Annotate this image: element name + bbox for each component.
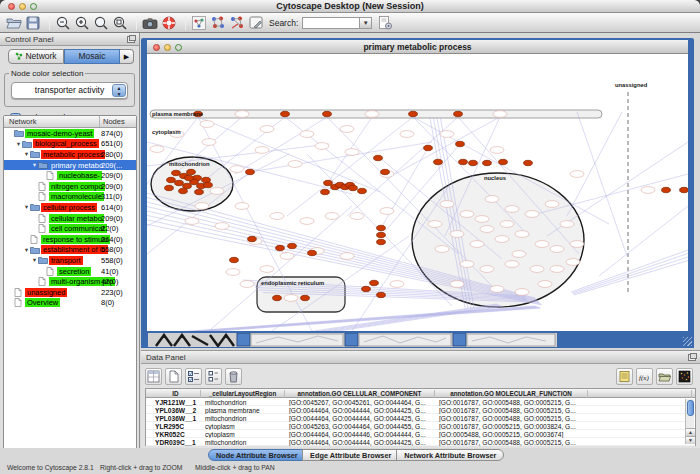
search-config-icon[interactable] bbox=[377, 15, 393, 31]
tab-network[interactable]: Network bbox=[8, 49, 64, 64]
network-node[interactable] bbox=[524, 160, 533, 165]
background-windows-strip[interactable] bbox=[148, 333, 557, 347]
search-dropdown-icon[interactable]: ▼ bbox=[360, 17, 372, 29]
network-node[interactable] bbox=[321, 189, 330, 194]
zoom-in-icon[interactable] bbox=[74, 15, 90, 31]
tree-row[interactable]: nucleobase-209(0) bbox=[4, 170, 136, 181]
network-node[interactable] bbox=[276, 245, 285, 250]
expand-arrow-icon[interactable]: ▼ bbox=[23, 247, 30, 253]
network-node[interactable] bbox=[195, 189, 204, 194]
network-node[interactable] bbox=[204, 182, 213, 187]
tree-row[interactable]: ▼cellular process614(0) bbox=[4, 202, 136, 213]
expand-arrow-icon[interactable]: ▼ bbox=[23, 204, 30, 210]
tree-row[interactable]: nitrogen compo209(0) bbox=[4, 181, 136, 192]
network-window-titlebar[interactable]: primary metabolic process bbox=[147, 40, 688, 54]
tree-row[interactable]: ▼establishment of lo558(0) bbox=[4, 245, 136, 256]
network-node[interactable] bbox=[288, 243, 297, 248]
node-color-select[interactable]: transporter activity ▲▼ bbox=[11, 82, 128, 99]
expand-arrow-icon[interactable]: ▼ bbox=[23, 151, 30, 157]
network-node[interactable] bbox=[499, 159, 508, 164]
expand-arrow-icon[interactable]: ▼ bbox=[15, 141, 22, 147]
scroll-up-icon[interactable]: ▲ bbox=[686, 428, 695, 436]
network-node[interactable] bbox=[469, 160, 478, 165]
tree-row[interactable]: multi-organism pro42(0) bbox=[4, 276, 136, 287]
network-node[interactable] bbox=[377, 232, 386, 237]
expand-arrow-icon[interactable]: ▼ bbox=[31, 162, 38, 168]
network-node[interactable] bbox=[358, 188, 367, 193]
open-file-icon[interactable] bbox=[6, 15, 22, 31]
network-node[interactable] bbox=[454, 111, 463, 116]
tree-row[interactable]: cellular metabo209(0) bbox=[4, 213, 136, 224]
network-node[interactable] bbox=[230, 257, 239, 262]
hide-details-icon[interactable] bbox=[229, 15, 245, 31]
network-node[interactable] bbox=[246, 169, 255, 174]
more-tabs-arrow[interactable]: ▶ bbox=[120, 49, 134, 64]
table-row[interactable]: YDR039C__1mitochondrion[GO:0044464, GO:0… bbox=[146, 438, 695, 446]
function-builder-icon[interactable]: f(x) bbox=[636, 368, 653, 385]
network-node[interactable] bbox=[409, 111, 418, 116]
tab-node-attribute-browser[interactable]: Node Attribute Browser bbox=[208, 449, 306, 461]
table-row[interactable]: YJR121W__1mitochondrion[GO:0045267, GO:0… bbox=[146, 398, 695, 406]
graphics-details-icon[interactable] bbox=[210, 15, 226, 31]
network-node[interactable] bbox=[662, 187, 671, 192]
tree-row[interactable]: mosaic-demo-yeast874(0) bbox=[4, 128, 136, 139]
delete-attribute-icon[interactable] bbox=[225, 368, 242, 385]
table-column-header[interactable]: annotation.GO CELLULAR_COMPONENT bbox=[285, 390, 435, 398]
network-node[interactable] bbox=[167, 177, 176, 182]
attribute-table-icon[interactable] bbox=[145, 368, 162, 385]
table-vertical-scrollbar[interactable]: ▲ ▼ bbox=[685, 399, 694, 444]
resize-grip-icon[interactable] bbox=[683, 337, 692, 346]
network-node[interactable] bbox=[374, 155, 383, 160]
zoom-out-icon[interactable] bbox=[55, 15, 71, 31]
attribute-matrix-icon[interactable] bbox=[676, 368, 693, 385]
tree-row[interactable]: ▼metabolic process280(0) bbox=[4, 149, 136, 160]
scrollbar-thumb[interactable] bbox=[687, 400, 694, 416]
network-node[interactable] bbox=[377, 225, 386, 230]
network-node[interactable] bbox=[273, 295, 282, 300]
tab-mosaic[interactable]: Mosaic bbox=[64, 49, 120, 64]
network-node[interactable] bbox=[381, 169, 390, 174]
tree-row[interactable]: unassigned223(0) bbox=[4, 287, 136, 298]
scroll-down-icon[interactable]: ▼ bbox=[686, 436, 695, 444]
tree-row[interactable]: Overview8(0) bbox=[4, 298, 136, 309]
tree-row[interactable]: response to stimulu264(0) bbox=[4, 234, 136, 245]
network-node[interactable] bbox=[165, 185, 174, 190]
network-node[interactable] bbox=[308, 250, 317, 255]
table-column-header[interactable]: _cellularLayoutRegion bbox=[201, 390, 285, 398]
network-node[interactable] bbox=[301, 295, 310, 300]
tab-network-attribute-browser[interactable]: Network Attribute Browser bbox=[396, 449, 504, 461]
network-node[interactable] bbox=[323, 111, 332, 116]
save-icon[interactable] bbox=[25, 15, 41, 31]
table-column-header[interactable]: annotation.GO MOLECULAR_FUNCTION bbox=[435, 390, 588, 398]
network-canvas[interactable]: plasma membranecytoplasmmitochondrionnuc… bbox=[147, 54, 688, 331]
table-row[interactable]: YPL036W__2plasma membrane[GO:0044464, GO… bbox=[146, 406, 695, 414]
tree-row[interactable]: macromolecule311(0) bbox=[4, 192, 136, 203]
zoom-selected-icon[interactable] bbox=[112, 15, 128, 31]
network-node[interactable] bbox=[459, 159, 468, 164]
float-panel-icon[interactable] bbox=[127, 36, 135, 43]
network-node[interactable] bbox=[179, 188, 188, 193]
network-node[interactable] bbox=[175, 180, 184, 185]
new-attribute-icon[interactable] bbox=[165, 368, 182, 385]
table-column-header[interactable]: ID bbox=[151, 390, 201, 398]
network-overview-icon[interactable] bbox=[191, 15, 207, 31]
network-node[interactable] bbox=[377, 239, 386, 244]
float-panel-icon[interactable] bbox=[688, 354, 696, 361]
tree-row[interactable]: ▼primary metabo209(... bbox=[4, 160, 136, 171]
network-node[interactable] bbox=[185, 175, 194, 180]
tree-row[interactable]: ▼transport558(0) bbox=[4, 255, 136, 266]
network-node[interactable] bbox=[456, 141, 465, 146]
network-node[interactable] bbox=[434, 159, 443, 164]
notepad-icon[interactable] bbox=[616, 368, 633, 385]
import-attributes-icon[interactable] bbox=[656, 368, 673, 385]
tree-col-nodes[interactable]: Nodes bbox=[103, 117, 125, 126]
tree-row[interactable]: ▼biological_process651(0) bbox=[4, 139, 136, 150]
network-node[interactable] bbox=[202, 177, 211, 182]
network-node[interactable] bbox=[248, 236, 257, 241]
network-node[interactable] bbox=[324, 180, 333, 185]
tree-col-network[interactable]: Network bbox=[9, 117, 37, 126]
tree-row[interactable]: cell communicat22(0) bbox=[4, 223, 136, 234]
network-node[interactable] bbox=[183, 183, 192, 188]
network-node[interactable] bbox=[370, 280, 379, 285]
network-node[interactable] bbox=[680, 187, 688, 192]
